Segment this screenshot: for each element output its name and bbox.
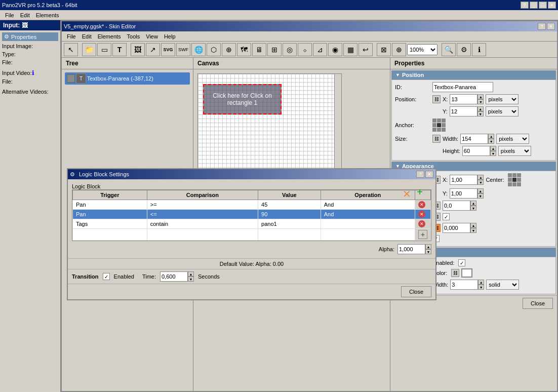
border-width-btns[interactable]: ▲ ▼ [478,280,484,290]
visible-checkbox[interactable] [443,213,450,220]
anchor-tr[interactable] [442,119,446,123]
row1-del-btn[interactable]: ✕ [418,201,425,208]
anchor-bm[interactable] [437,128,441,132]
skin-close-btn[interactable]: ✕ [547,23,555,30]
scale-x-input[interactable] [450,175,477,185]
alpha-down[interactable]: ▼ [470,228,476,233]
skin-menu-edit[interactable]: Edit [79,32,95,41]
properties-close-btn[interactable]: Close [523,298,553,309]
alpha-input[interactable] [443,223,470,233]
width-down-btn[interactable]: ▼ [488,139,494,144]
id-input[interactable] [432,82,493,92]
angle-input[interactable] [443,201,470,211]
transition-time-up[interactable]: ▲ [188,271,194,277]
table-row[interactable]: Pan >= 45 And ✕ [73,200,431,210]
scale-y-input[interactable] [450,188,477,199]
height-spinner-btns[interactable]: ▲ ▼ [490,146,496,156]
skin-title-buttons[interactable]: ? ✕ [538,23,555,30]
y-up-btn[interactable]: ▲ [477,106,484,111]
height-down-btn[interactable]: ▼ [490,151,496,156]
position-triangle[interactable]: ▼ [395,72,400,77]
center-mr[interactable] [517,178,521,182]
anchor-tl[interactable] [432,119,436,123]
table-row[interactable]: Tags contain pano1 ✕ [73,219,431,229]
skin-menu-help[interactable]: Help [161,32,179,41]
tree-item-textbox[interactable]: T Textbox-Panarea (-387,12) [65,72,190,85]
anchor-tm[interactable] [437,119,441,123]
undo-tool[interactable]: ↩ [358,43,373,56]
alpha-dialog-up[interactable]: ▲ [425,244,431,249]
center-ml[interactable] [508,178,512,182]
center-bm[interactable] [512,182,516,186]
info-tool[interactable]: ℹ [472,43,486,56]
center-tr[interactable] [517,173,521,177]
title-bar-buttons[interactable]: ? _ □ ✕ [521,2,556,9]
anchor-bl[interactable] [432,128,436,132]
rect-tool[interactable]: ▭ [97,43,111,56]
angle-down[interactable]: ▼ [470,206,476,211]
image-tool[interactable]: 🖼 [131,43,145,56]
menu-file[interactable]: File [2,11,17,19]
zoom-fit-tool[interactable]: ⊠ [377,43,391,56]
alpha-dialog-input[interactable] [397,244,425,254]
menu-edit[interactable]: Edit [17,11,33,19]
zoom-select[interactable]: 100% 75% 50% 150% 200% [407,44,437,55]
zoom-out-tool[interactable]: ⊕ [392,43,406,56]
compass-tool[interactable]: ◎ [283,43,297,56]
position-chain[interactable]: ⛓ [432,95,441,103]
center-bl[interactable] [508,182,512,186]
skin-menu-elements[interactable]: Elements [95,32,124,41]
bg-enabled-checkbox[interactable] [458,259,465,266]
height-up-btn[interactable]: ▲ [490,146,496,151]
table-add-row-btn[interactable]: + [418,230,427,239]
folder-tool[interactable]: 📁 [82,43,96,56]
color-swatch[interactable] [461,268,472,278]
canvas-textbox-element[interactable]: Click here for Click on rectangle 1 [203,84,282,114]
dialog-close-btn[interactable]: Close [401,286,431,297]
transition-time-input[interactable] [160,271,188,282]
width-spinner-btns[interactable]: ▲ ▼ [488,134,494,144]
logic-block-dialog[interactable]: ⚙ Logic Block Settings ? ✕ Logic Block +… [67,168,436,300]
center-tm[interactable] [512,173,516,177]
settings-tool[interactable]: ⚙ [457,43,471,56]
angle-up[interactable]: ▲ [470,201,476,206]
extra-tool2[interactable]: ⊿ [313,43,327,56]
polygon-tool[interactable]: ⬡ [207,43,221,56]
dialog-close-x-btn[interactable]: ✕ [425,171,433,178]
border-width-down[interactable]: ▼ [478,285,484,290]
color-chain[interactable]: ⛓ [451,269,459,277]
x-unit-select[interactable]: pixels [486,94,519,104]
width-unit-select[interactable]: pixels [496,134,529,144]
delete-row-orange-btn[interactable]: ✕ [401,188,412,200]
skin-menu-file[interactable]: File [64,32,79,41]
height-unit-select[interactable]: pixels [498,146,531,156]
scale-y-up[interactable]: ▲ [477,188,484,193]
swf-tool[interactable]: SWF [176,43,190,56]
svg-tool[interactable]: SVG [161,43,175,56]
alpha-btns[interactable]: ▲ ▼ [470,223,476,233]
height-input[interactable] [462,146,490,156]
x-down-btn[interactable]: ▼ [477,99,484,104]
monitor-tool[interactable]: 🖥 [252,43,266,56]
extra-tool3[interactable]: ◉ [328,43,342,56]
skin-help-btn[interactable]: ? [538,23,546,30]
alpha-up[interactable]: ▲ [470,223,476,228]
x-up-btn[interactable]: ▲ [477,94,484,99]
scale-y-btns[interactable]: ▲ ▼ [477,188,484,199]
scale-x-down[interactable]: ▼ [477,180,484,185]
minimize-btn[interactable]: _ [530,2,538,9]
transition-enabled-checkbox[interactable] [103,273,110,280]
alpha-dialog-down[interactable]: ▼ [425,249,431,254]
add-row-green-btn[interactable]: + [414,186,425,198]
anchor-ml[interactable] [432,123,436,127]
menu-elements[interactable]: Elements [33,11,62,19]
help-btn[interactable]: ? [521,2,529,9]
select-tool[interactable]: ↖ [64,43,78,56]
border-width-up[interactable]: ▲ [478,280,484,285]
hotspot-tool[interactable]: ↗ [146,43,160,56]
text-tool[interactable]: T [112,43,127,56]
center-mm[interactable] [512,178,516,182]
x-input[interactable] [450,94,477,104]
table-row-selected[interactable]: Pan <= 90 And ✕ [73,210,431,219]
globe-tool[interactable]: 🌐 [191,43,206,56]
